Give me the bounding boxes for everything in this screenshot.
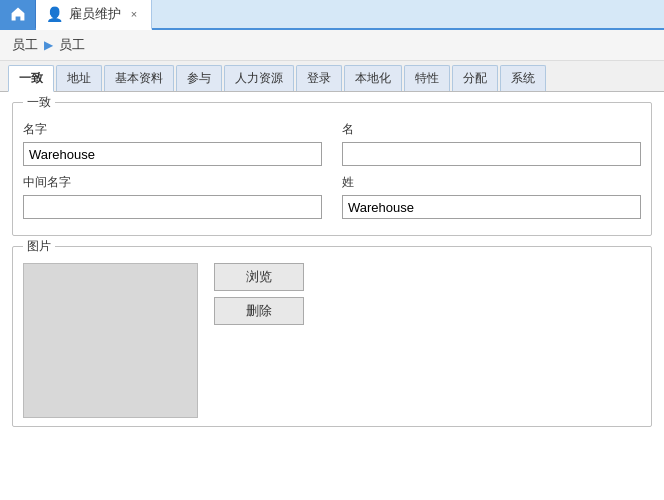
zhongjian-label: 中间名字: [23, 174, 322, 191]
zhongjian-group: 中间名字: [23, 174, 322, 219]
home-button[interactable]: [0, 0, 36, 28]
tab-jibenzi[interactable]: 基本资料: [104, 65, 174, 91]
tab-yizhi[interactable]: 一致: [8, 65, 54, 92]
mingzi-group: 名字: [23, 121, 322, 166]
breadcrumb-item2: 员工: [59, 36, 85, 54]
tab-renli[interactable]: 人力资源: [224, 65, 294, 91]
employee-maintenance-tab[interactable]: 👤 雇员维护 ×: [36, 0, 152, 30]
tab-texing[interactable]: 特性: [404, 65, 450, 91]
image-row: 浏览 删除: [23, 255, 641, 418]
main-content: 一致 名字 名 中间名字 姓 图片: [0, 92, 664, 500]
image-buttons: 浏览 删除: [214, 263, 304, 325]
user-icon: 👤: [46, 6, 63, 22]
xing-group: 姓: [342, 174, 641, 219]
ming-input[interactable]: [342, 142, 641, 166]
xing-label: 姓: [342, 174, 641, 191]
ming-group: 名: [342, 121, 641, 166]
home-icon: [10, 6, 26, 22]
zhongjian-row: 中间名字 姓: [23, 174, 641, 219]
breadcrumb-arrow: ▶: [44, 38, 53, 52]
browse-button[interactable]: 浏览: [214, 263, 304, 291]
image-placeholder: [23, 263, 198, 418]
xing-input[interactable]: [342, 195, 641, 219]
tab-label: 雇员维护: [69, 5, 121, 23]
tupian-section: 图片 浏览 删除: [12, 246, 652, 427]
mingzi-input[interactable]: [23, 142, 322, 166]
tab-dizhi[interactable]: 地址: [56, 65, 102, 91]
tab-canyu[interactable]: 参与: [176, 65, 222, 91]
tab-denglu[interactable]: 登录: [296, 65, 342, 91]
tab-fenpei[interactable]: 分配: [452, 65, 498, 91]
tab-xitong[interactable]: 系统: [500, 65, 546, 91]
mingzi-label: 名字: [23, 121, 322, 138]
tupian-section-label: 图片: [23, 238, 55, 255]
name-row: 名字 名: [23, 121, 641, 166]
close-tab-button[interactable]: ×: [127, 7, 141, 21]
yizhi-section-label: 一致: [23, 94, 55, 111]
yizhi-section: 一致 名字 名 中间名字 姓: [12, 102, 652, 236]
ming-label: 名: [342, 121, 641, 138]
tab-bendihua[interactable]: 本地化: [344, 65, 402, 91]
zhongjian-input[interactable]: [23, 195, 322, 219]
title-bar: 👤 雇员维护 ×: [0, 0, 664, 30]
breadcrumb-item1: 员工: [12, 36, 38, 54]
tab-bar: 一致 地址 基本资料 参与 人力资源 登录 本地化 特性 分配 系统: [0, 61, 664, 92]
delete-button[interactable]: 删除: [214, 297, 304, 325]
breadcrumb: 员工 ▶ 员工: [0, 30, 664, 61]
